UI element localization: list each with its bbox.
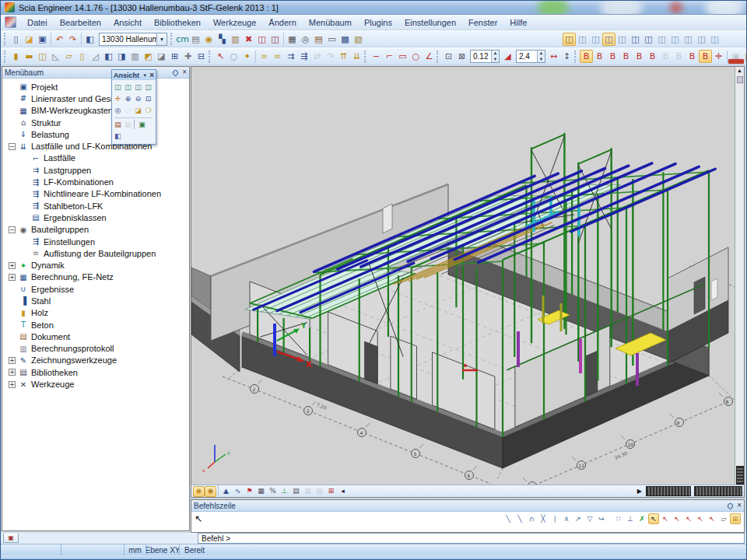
array-icon[interactable]: ⇈ bbox=[337, 50, 350, 63]
expand-icon[interactable]: + bbox=[9, 274, 16, 281]
toolbar-grip[interactable] bbox=[170, 33, 174, 45]
snap-arc-icon[interactable]: ∩ bbox=[526, 513, 537, 524]
snap-grid-icon[interactable]: ⊞ bbox=[730, 513, 741, 524]
show-supports-icon[interactable]: B bbox=[593, 50, 606, 63]
percent-icon[interactable]: % bbox=[267, 486, 279, 497]
duplicate-icon[interactable]: ⊠ bbox=[455, 50, 468, 63]
filter-icon[interactable]: ✦ bbox=[240, 50, 254, 63]
tree-item-bibliotheken[interactable]: +▤Bibliotheken bbox=[2, 366, 189, 378]
doc-image-icon[interactable]: ▧ bbox=[352, 33, 365, 46]
show-numbers-icon[interactable]: B bbox=[646, 50, 659, 63]
center-view-icon[interactable]: ✛ bbox=[712, 50, 725, 63]
snap-cross-icon[interactable]: ╳ bbox=[538, 513, 549, 524]
cursor-endpoint-icon[interactable]: ↖ bbox=[660, 513, 671, 524]
cursor-midpoint-icon[interactable]: ↖ bbox=[683, 513, 694, 524]
tree-item-belastung[interactable]: ⇓Belastung bbox=[2, 128, 189, 140]
screen-icon[interactable]: ▭ bbox=[325, 33, 338, 46]
menu-item-fenster[interactable]: Fenster bbox=[462, 16, 503, 29]
view-top-icon[interactable]: ◫ bbox=[133, 82, 143, 93]
collapse-icon[interactable]: − bbox=[9, 143, 16, 150]
project-manager-icon[interactable]: ◧ bbox=[83, 33, 96, 46]
axes-green-icon[interactable]: ⊥ bbox=[279, 486, 290, 497]
activity-icon[interactable]: ▚ bbox=[216, 33, 229, 46]
gallery-icon[interactable]: ▤ bbox=[312, 33, 325, 46]
measure-icon[interactable]: ↕ bbox=[560, 50, 573, 63]
haunch-icon[interactable]: ◺ bbox=[49, 50, 62, 63]
zoom-window-icon[interactable]: ⊡ bbox=[143, 93, 153, 105]
plate-icon[interactable]: ▱ bbox=[62, 50, 75, 63]
tree-item-ergebnisse[interactable]: ∪Ergebnisse bbox=[2, 283, 189, 295]
subregion-icon[interactable]: ◨ bbox=[115, 50, 128, 63]
pair-select-icon[interactable]: ∞ bbox=[258, 50, 271, 63]
scroll-left-icon[interactable]: ◂ bbox=[337, 486, 349, 497]
expand-icon[interactable]: + bbox=[9, 262, 16, 269]
expand-icon[interactable]: + bbox=[9, 369, 16, 376]
grid-red-icon[interactable]: ⊞ bbox=[325, 486, 337, 497]
opening-icon[interactable]: ◧ bbox=[102, 50, 115, 63]
cursor-snap-icon[interactable]: ↖ bbox=[648, 513, 659, 524]
snap-vertical-icon[interactable]: ∣ bbox=[549, 513, 560, 524]
scrollbar-thumb[interactable] bbox=[737, 76, 743, 83]
tree-item-berechnung-fe-netz[interactable]: +▦Berechnung, FE-Netz bbox=[2, 271, 189, 283]
menu-item-bearbeiten[interactable]: Bearbeiten bbox=[54, 16, 107, 29]
window-layout-7-icon[interactable]: ◫ bbox=[642, 33, 655, 46]
load-panel-icon[interactable]: ◩ bbox=[142, 50, 155, 63]
connect-icon[interactable]: ⊟ bbox=[195, 50, 208, 63]
snap-triangle-icon[interactable]: ▽ bbox=[584, 513, 595, 524]
render-mode-icon[interactable]: ◉ bbox=[193, 486, 205, 497]
window-layout-9-icon[interactable]: ◫ bbox=[668, 33, 682, 46]
clipboard-icon[interactable]: ▥ bbox=[229, 33, 242, 46]
units-icon[interactable]: cm bbox=[176, 33, 189, 46]
flag-icon[interactable]: ⚑ bbox=[244, 486, 255, 497]
tree-item-beton[interactable]: TBeton bbox=[2, 319, 189, 331]
spinner-arrows[interactable]: ▲▼ bbox=[491, 51, 499, 62]
menu-item-ansicht[interactable]: Ansicht bbox=[107, 16, 148, 29]
delete-icon[interactable]: ✖ bbox=[242, 33, 255, 46]
status-plane[interactable]: Ebene XY bbox=[146, 544, 180, 555]
tree-item-lastgruppen[interactable]: ⇉Lastgruppen bbox=[2, 164, 189, 176]
cursor-intersection-icon[interactable]: ↖ bbox=[672, 513, 682, 524]
zoom-in-icon[interactable]: ⊕ bbox=[123, 93, 133, 105]
tree-item-werkzeuge[interactable]: +✕Werkzeuge bbox=[2, 378, 189, 390]
close-viewer-icon[interactable]: ◫ bbox=[255, 33, 268, 46]
viewport[interactable]: 23456121110987.2024.307YXyx ▲ ◉◉▲∿⚑▦%⊥▤▧… bbox=[191, 66, 745, 498]
chevron-down-icon[interactable]: ▼ bbox=[156, 33, 167, 45]
new-document-icon[interactable]: ▯ bbox=[9, 33, 23, 46]
window-layout-12-icon[interactable]: ◫ bbox=[708, 33, 721, 46]
window-layout-5-icon[interactable]: ◫ bbox=[615, 33, 629, 46]
copy-multi-icon[interactable]: ⇶ bbox=[297, 50, 310, 63]
calc-note-icon[interactable]: ▦ bbox=[255, 486, 267, 497]
view-cube-icon[interactable]: ◧ bbox=[113, 131, 123, 142]
pin-icon[interactable] bbox=[727, 502, 735, 509]
snap-plane-icon[interactable]: ▱ bbox=[718, 513, 729, 524]
rib-icon[interactable]: ▥ bbox=[128, 50, 142, 63]
menu-item-hilfe[interactable]: Hilfe bbox=[503, 16, 533, 29]
tree-item-nichtlineare-lf-kombinationen[interactable]: ⇶Nichtlineare LF-Kombinationen bbox=[2, 188, 189, 200]
toolbar-grip[interactable] bbox=[574, 51, 577, 63]
tree-item-ergebnisklassen[interactable]: ▤Ergebnisklassen bbox=[2, 212, 189, 223]
view-side-icon[interactable]: ◫ bbox=[123, 82, 133, 93]
window-layout-10-icon[interactable]: ◫ bbox=[682, 33, 695, 46]
window-splitter-handle[interactable] bbox=[694, 486, 742, 496]
tree-item-dokument[interactable]: ▤Dokument bbox=[2, 331, 189, 342]
grid-tool-icon[interactable]: ⊞ bbox=[168, 50, 181, 63]
show-loads-icon[interactable]: B bbox=[580, 50, 593, 63]
camera-icon[interactable]: ▤ bbox=[113, 119, 123, 131]
expand-icon[interactable]: + bbox=[9, 381, 16, 388]
view-person-icon[interactable]: ▲ bbox=[220, 486, 232, 497]
cursor-tangent-icon[interactable]: ↖ bbox=[707, 513, 717, 524]
tree-item-projekt[interactable]: ▣Projekt bbox=[2, 81, 189, 93]
window-splitter-vertical[interactable] bbox=[736, 466, 744, 485]
cursor-ortho-icon[interactable]: ↖ bbox=[695, 513, 706, 524]
circle-tool-icon[interactable]: ○ bbox=[409, 50, 423, 63]
menu-item-einstellungen[interactable]: Einstellungen bbox=[398, 16, 462, 29]
snap-curve-icon[interactable]: ↪ bbox=[596, 513, 607, 524]
axonometry-icon[interactable]: ✛ bbox=[113, 93, 123, 105]
chevron-down-icon[interactable]: ▼ bbox=[142, 73, 147, 78]
close-icon[interactable]: × bbox=[182, 68, 187, 76]
tree-item-auflistung-der-bauteilgruppen[interactable]: ≡Auflistung der Bauteilgruppen bbox=[2, 247, 189, 259]
column-tool-icon[interactable]: ▮ bbox=[9, 50, 23, 63]
tree-item-lf-kombinationen[interactable]: ⇶LF-Kombinationen bbox=[2, 176, 189, 187]
move-icon[interactable]: ⇉ bbox=[284, 50, 297, 63]
tree-item-einstellungen[interactable]: ⇶Einstellungen bbox=[2, 236, 189, 247]
